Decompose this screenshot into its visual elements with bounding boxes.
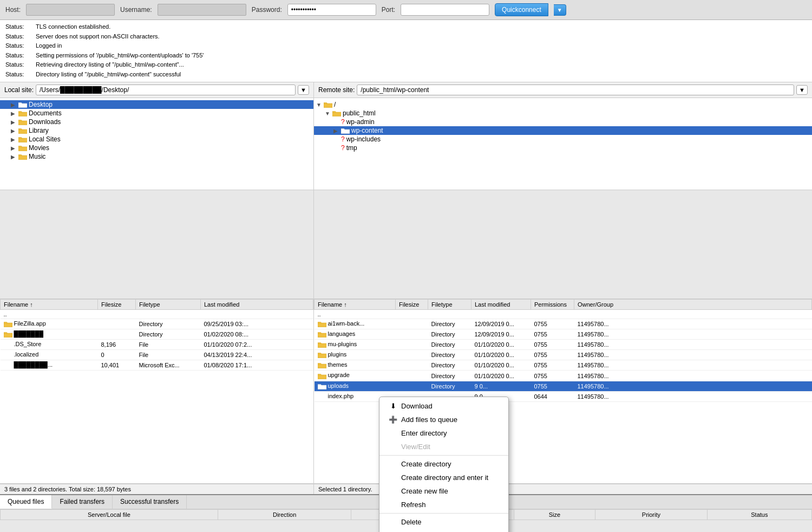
status-key: Status: [5,32,32,42]
remote-file-cell: languages [315,329,396,340]
tab-failed-transfers[interactable]: Failed transfers [52,495,113,509]
local-site-path[interactable] [36,85,296,95]
remote-file-row[interactable]: uploadsDirectory9 0...075511495780... [315,381,812,391]
remote-file-cell: upgrade [315,371,396,381]
remote-file-cell: 0755 [531,360,574,371]
remote-file-row[interactable]: languagesDirectory12/09/2019 0...0755114… [315,329,812,340]
context-menu-item[interactable]: Refresh [379,498,508,511]
remote-file-cell: 0755 [531,381,574,391]
status-val: Server does not support non-ASCII charac… [36,32,160,42]
local-file-cell: 01/08/2020 17:1... [201,360,313,371]
tree-item-name: Documents [29,109,62,117]
tree-arrow[interactable] [333,128,341,134]
local-col-header[interactable]: Filename ↑ [1,300,98,310]
ctx-label: Create directory [401,460,451,468]
folder-icon [18,153,27,160]
context-menu-item[interactable]: Create directory [379,457,508,471]
context-menu-item[interactable]: Enter directory [379,426,508,440]
local-tree-item[interactable]: Desktop [0,100,313,109]
tree-item-name: Movies [29,144,49,152]
username-input[interactable] [158,4,246,16]
ctx-label: View/Edit [401,443,430,451]
remote-file-row[interactable]: upgradeDirectory01/10/2020 0...075511495… [315,371,812,381]
remote-tree-item[interactable]: public_html [314,109,812,118]
port-input[interactable] [401,4,489,16]
remote-tree-item[interactable]: / [314,100,812,109]
context-menu-item[interactable]: Rename [379,529,508,532]
local-col-header[interactable]: Filesize [98,300,136,310]
remote-col-header[interactable]: Last modified [472,300,531,310]
local-file-row[interactable]: .localized0File04/13/2019 22:4... [1,350,313,360]
tree-arrow[interactable] [11,111,18,116]
remote-file-cell: themes [315,360,396,371]
remote-file-cell: 01/10/2020 0... [472,371,531,381]
remote-file-row[interactable]: mu-pluginsDirectory01/10/2020 0...075511… [315,340,812,350]
ctx-label: Create new file [401,487,448,495]
tree-arrow[interactable] [11,145,18,151]
tree-arrow[interactable] [316,102,324,108]
tree-arrow[interactable] [325,111,332,116]
quickconnect-button[interactable]: Quickconnect [495,3,548,16]
remote-site-path[interactable] [357,85,794,95]
host-input[interactable] [26,4,115,16]
tree-arrow[interactable] [11,137,18,142]
quickconnect-arrow-button[interactable]: ▼ [554,4,566,16]
local-status-bar: 3 files and 2 directories. Total size: 1… [0,484,314,494]
remote-file-cell: 9 0... [472,381,531,391]
local-file-cell [136,310,201,319]
local-file-cell: File [136,340,201,350]
context-menu-item[interactable]: ➕Add files to queue [379,413,508,426]
context-menu-item[interactable]: ⬇Download [379,399,508,413]
remote-file-row[interactable]: .. [315,310,812,319]
remote-file-cell: 12/09/2019 0... [472,319,531,329]
tree-arrow[interactable] [11,119,18,125]
remote-col-header[interactable]: Filesize [396,300,428,310]
local-tree-item[interactable]: Music [0,152,313,161]
local-file-row[interactable]: .DS_Store8,196File01/10/2020 07:2... [1,340,313,350]
remote-site-dropdown[interactable]: ▼ [796,85,808,95]
remote-tree-item[interactable]: ?tmp [314,144,812,152]
local-file-row[interactable]: ███████Directory01/02/2020 08:... [1,329,313,340]
remote-tree-item[interactable]: ?wp-admin [314,118,812,126]
remote-file-cell: 0755 [531,371,574,381]
remote-col-header[interactable]: Filetype [428,300,472,310]
remote-file-row[interactable]: themesDirectory01/10/2020 0...0755114957… [315,360,812,371]
local-file-row[interactable]: FileZilla.appDirectory09/25/2019 03:... [1,319,313,329]
local-tree-item[interactable]: Library [0,126,313,135]
tree-arrow[interactable] [11,128,18,134]
local-file-row[interactable]: ████████...10,401Microsoft Exc...01/08/2… [1,360,313,371]
password-input[interactable] [287,4,376,16]
status-line: Status:Server does not support non-ASCII… [5,32,807,42]
remote-col-header[interactable]: Owner/Group [574,300,812,310]
remote-tree-item[interactable]: wp-content [314,126,812,135]
context-menu-item[interactable]: Create new file [379,484,508,498]
ctx-label: Download [401,402,433,410]
local-col-header[interactable]: Filetype [136,300,201,310]
local-tree-item[interactable]: Local Sites [0,135,313,144]
folder-icon [332,109,341,117]
remote-file-cell [396,319,428,329]
local-file-row[interactable]: .. [1,310,313,319]
local-col-header[interactable]: Last modified [201,300,313,310]
remote-file-cell: uploads [315,381,396,391]
tab-successful-transfers[interactable]: Successful transfers [113,495,187,509]
context-menu-item[interactable]: Create directory and enter it [379,471,508,484]
tree-item-name: Desktop [29,101,53,108]
remote-file-row[interactable]: pluginsDirectory01/10/2020 0...075511495… [315,350,812,360]
ctx-icon: ➕ [388,416,398,424]
remote-status-text: Selected 1 directory. [318,486,372,492]
remote-col-header[interactable]: Permissions [531,300,574,310]
context-menu-item[interactable]: Delete [379,515,508,529]
local-tree-item[interactable]: Downloads [0,118,313,126]
remote-tree-item[interactable]: ?wp-includes [314,135,812,144]
remote-col-header[interactable]: Filename ↑ [315,300,396,310]
local-tree-item[interactable]: Movies [0,144,313,152]
local-site-dropdown[interactable]: ▼ [298,85,309,95]
tree-arrow[interactable] [11,154,18,160]
local-tree-item[interactable]: Documents [0,109,313,118]
tab-queued-files[interactable]: Queued files [0,495,52,509]
folder-icon [324,101,332,108]
remote-file-row[interactable]: ai1wm-back...Directory12/09/2019 0...075… [315,319,812,329]
remote-file-cell [396,360,428,371]
tree-arrow[interactable] [11,102,18,108]
